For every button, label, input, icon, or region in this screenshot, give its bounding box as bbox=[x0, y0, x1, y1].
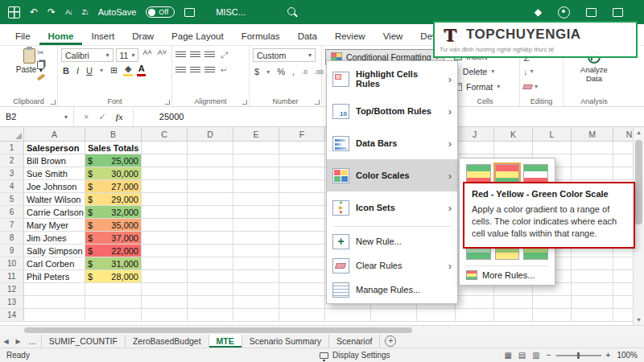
italic-icon[interactable]: I bbox=[75, 66, 80, 76]
cell-F6[interactable] bbox=[279, 206, 325, 219]
cell-D3[interactable] bbox=[188, 167, 233, 180]
new-sheet-button[interactable]: + bbox=[385, 335, 396, 347]
cell-B7[interactable]: $35,000 bbox=[85, 219, 142, 232]
normal-view-icon[interactable]: ▦ bbox=[504, 351, 511, 360]
cf-menu-item-clear-rules[interactable]: Clear Rules› bbox=[327, 253, 457, 278]
cell-D9[interactable] bbox=[188, 245, 233, 257]
ribbon-tab-home[interactable]: Home bbox=[39, 27, 83, 45]
search-icon[interactable] bbox=[287, 7, 298, 18]
cell-N1[interactable] bbox=[613, 142, 633, 154]
align-center-icon[interactable] bbox=[190, 67, 200, 74]
font-name-select[interactable]: Calibri ▾ bbox=[61, 48, 114, 62]
horizontal-scroll-thumb[interactable] bbox=[24, 327, 412, 333]
cell-C14[interactable] bbox=[142, 309, 188, 322]
cell-M14[interactable] bbox=[572, 309, 613, 322]
ribbon-tab-view[interactable]: View bbox=[374, 27, 412, 45]
row-header-14[interactable]: 14 bbox=[0, 309, 24, 322]
cell-N12[interactable] bbox=[613, 283, 633, 296]
cell-D10[interactable] bbox=[188, 257, 233, 270]
sheet-nav-left-icon[interactable]: ◀ bbox=[0, 335, 12, 348]
undo-button[interactable]: ↶ bbox=[30, 7, 38, 17]
cf-menu-item-icon-sets[interactable]: ▲▶▼Icon Sets› bbox=[327, 191, 457, 224]
accounting-format-icon[interactable]: $ bbox=[253, 67, 261, 76]
cell-E13[interactable] bbox=[233, 296, 279, 309]
row-header-13[interactable]: 13 bbox=[0, 296, 24, 309]
cell-D12[interactable] bbox=[188, 283, 233, 296]
fill-color-icon[interactable]: ◆ bbox=[123, 64, 133, 76]
cell-M1[interactable] bbox=[572, 142, 613, 154]
delete-cells-button[interactable]: × Delete ▾ bbox=[454, 64, 516, 79]
cell-M3[interactable] bbox=[572, 167, 613, 180]
cell-D5[interactable] bbox=[188, 193, 233, 206]
row-header-1[interactable]: 1 bbox=[0, 142, 24, 154]
cell-J13[interactable] bbox=[456, 296, 494, 309]
format-painter-icon[interactable] bbox=[37, 73, 45, 80]
column-header-M[interactable]: M bbox=[572, 127, 613, 141]
cell-A13[interactable] bbox=[24, 296, 85, 309]
cell-B12[interactable] bbox=[85, 283, 142, 296]
vertical-scroll-thumb[interactable] bbox=[635, 140, 642, 224]
zoom-slider-thumb[interactable] bbox=[577, 352, 580, 359]
fill-button[interactable]: ↓ ▾ bbox=[523, 64, 559, 79]
cell-A1[interactable]: Salesperson bbox=[24, 142, 85, 154]
sort-descending-icon[interactable]: Z↓ bbox=[82, 9, 89, 16]
cell-E12[interactable] bbox=[233, 283, 279, 296]
cf-menu-item-manage-rules[interactable]: Manage Rules... bbox=[327, 278, 457, 302]
cell-D1[interactable] bbox=[188, 142, 233, 154]
row-header-6[interactable]: 6 bbox=[0, 206, 24, 219]
cell-A11[interactable]: Phil Peters bbox=[24, 270, 85, 283]
cell-F5[interactable] bbox=[279, 193, 325, 206]
redo-button[interactable]: ↷ bbox=[47, 7, 56, 17]
cell-B11[interactable]: $28,000 bbox=[85, 270, 142, 283]
cell-A2[interactable]: Bill Brown bbox=[24, 154, 85, 167]
font-dialog-launcher-icon[interactable] bbox=[165, 100, 170, 105]
cell-B5[interactable]: $29,000 bbox=[85, 193, 142, 206]
cell-N2[interactable] bbox=[613, 154, 633, 167]
row-header-7[interactable]: 7 bbox=[0, 219, 24, 232]
cell-M11[interactable] bbox=[572, 270, 613, 283]
scroll-down-icon[interactable]: ▼ bbox=[634, 317, 644, 323]
cell-H14[interactable] bbox=[371, 309, 417, 322]
chevron-down-icon[interactable]: ▾ bbox=[265, 68, 271, 76]
sheet-tab-mte[interactable]: MTE bbox=[209, 335, 242, 348]
format-cells-button[interactable]: Format ▾ bbox=[454, 79, 516, 94]
ribbon-tab-data[interactable]: Data bbox=[289, 27, 326, 45]
cell-C11[interactable] bbox=[142, 270, 188, 283]
ribbon-tab-review[interactable]: Review bbox=[326, 27, 374, 45]
cell-E1[interactable] bbox=[233, 142, 279, 154]
cell-F7[interactable] bbox=[279, 219, 325, 232]
cell-A7[interactable]: Mary Myer bbox=[24, 219, 85, 232]
cell-E7[interactable] bbox=[233, 219, 279, 232]
cell-L1[interactable] bbox=[533, 142, 572, 154]
cell-E6[interactable] bbox=[233, 206, 279, 219]
cell-A14[interactable] bbox=[24, 309, 85, 322]
cell-L14[interactable] bbox=[533, 309, 572, 322]
cell-G14[interactable] bbox=[325, 309, 371, 322]
cell-B10[interactable]: $31,000 bbox=[85, 257, 142, 270]
row-header-4[interactable]: 4 bbox=[0, 180, 24, 193]
panel-icon[interactable] bbox=[613, 8, 623, 17]
zoom-level[interactable]: 100% bbox=[617, 351, 638, 360]
cell-A4[interactable]: Joe Johnson bbox=[24, 180, 85, 193]
row-header-3[interactable]: 3 bbox=[0, 167, 24, 180]
cell-F12[interactable] bbox=[279, 283, 325, 296]
cf-menu-item-highlight-cells-rules[interactable]: Highlight Cells Rules› bbox=[327, 63, 457, 95]
cell-B6[interactable]: $32,000 bbox=[85, 206, 142, 219]
cell-D2[interactable] bbox=[188, 154, 233, 167]
cell-A3[interactable]: Sue Smith bbox=[24, 167, 85, 180]
ribbon-tab-file[interactable]: File bbox=[6, 27, 39, 45]
cell-C1[interactable] bbox=[142, 142, 188, 154]
clipboard-dialog-launcher-icon[interactable] bbox=[51, 100, 56, 105]
insert-function-icon[interactable]: fx bbox=[116, 112, 123, 121]
percent-style-icon[interactable]: % bbox=[275, 67, 287, 76]
cell-B8[interactable]: $37,000 bbox=[85, 232, 142, 245]
row-header-2[interactable]: 2 bbox=[0, 154, 24, 167]
borders-icon[interactable]: ⊞ bbox=[109, 65, 119, 76]
cell-I14[interactable] bbox=[417, 309, 456, 322]
align-right-icon[interactable] bbox=[204, 67, 215, 74]
cell-E10[interactable] bbox=[233, 257, 279, 270]
cell-D7[interactable] bbox=[188, 219, 233, 232]
sheet-tab-scenariof[interactable]: Scenariof bbox=[329, 335, 380, 348]
zoom-out-icon[interactable]: − bbox=[547, 351, 551, 360]
chevron-down-icon[interactable]: ▾ bbox=[98, 67, 105, 74]
